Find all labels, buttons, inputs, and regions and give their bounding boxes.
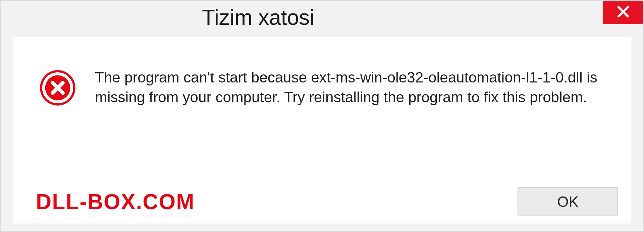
dialog-title: Tizim xatosi [202, 5, 314, 30]
ok-button[interactable]: OK [518, 187, 618, 216]
titlebar: Tizim xatosi [1, 1, 643, 34]
ok-button-label: OK [557, 193, 579, 210]
error-message: The program can't start because ext-ms-w… [95, 67, 605, 107]
close-icon [616, 5, 630, 20]
error-icon [39, 69, 76, 106]
close-button[interactable] [603, 1, 643, 24]
dialog-footer: DLL-BOX.COM OK [12, 187, 632, 216]
watermark-text: DLL-BOX.COM [36, 189, 195, 214]
message-area: The program can't start because ext-ms-w… [12, 37, 632, 107]
content-panel: The program can't start because ext-ms-w… [12, 37, 632, 224]
error-dialog: Tizim xatosi The program can't start bec… [0, 0, 644, 232]
